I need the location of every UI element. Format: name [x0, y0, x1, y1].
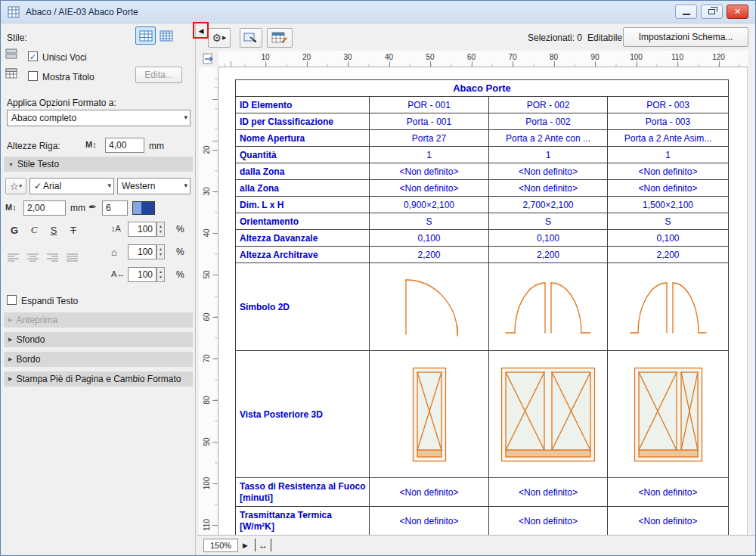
merge-items-label: Unisci Voci	[42, 52, 87, 63]
table-cell[interactable]: 1	[370, 147, 489, 163]
edit-button[interactable]: Edita...	[135, 67, 182, 83]
section-text-style[interactable]: ▼ Stile Testo	[4, 157, 193, 172]
chevron-down-icon: ▾	[184, 113, 187, 121]
table-cell[interactable]: Porta a 2 Ante con ...	[489, 130, 608, 147]
section-stampa[interactable]: ▶ Stampa Piè di Pagina e Cambio Formato	[4, 371, 193, 387]
merge-items-checkbox[interactable]: ✓	[28, 51, 38, 61]
row-label: Quantità	[236, 147, 370, 163]
table-cell[interactable]: 0,100	[370, 230, 489, 247]
table-cell[interactable]: 2,700×2,100	[489, 197, 608, 213]
table-cell[interactable]: <Non definito>	[608, 180, 729, 197]
table-cell[interactable]: 2,200	[489, 247, 608, 263]
edit-fields-button[interactable]	[267, 28, 293, 48]
table-cell[interactable]: 2,200	[370, 247, 489, 263]
table-cell[interactable]: 1	[608, 147, 729, 163]
table-cell[interactable]	[489, 351, 608, 478]
vertical-ruler[interactable]: 2030405060708090100110	[199, 67, 218, 535]
italic-button[interactable]: C	[25, 222, 43, 238]
font-size-input[interactable]: 2,00	[23, 200, 66, 216]
table-cell[interactable]: <Non definito>	[489, 163, 608, 180]
select-area-button[interactable]	[240, 28, 262, 48]
table-cell[interactable]	[608, 263, 729, 351]
table-cell[interactable]: <Non definito>	[489, 180, 608, 197]
table-cell[interactable]: POR - 003	[608, 97, 729, 113]
font-select[interactable]: ✓ Arial ▾	[29, 178, 114, 194]
table-cell[interactable]	[370, 263, 489, 351]
show-title-checkbox[interactable]	[28, 71, 38, 81]
table-cell[interactable]	[608, 351, 729, 478]
titlebar[interactable]: Abaco / AIE-03 Abaco Porte ✕	[1, 1, 755, 23]
pen-number-input[interactable]: 6	[102, 200, 128, 216]
table-cell[interactable]: <Non definito>	[370, 180, 489, 197]
line-spacing-stepper[interactable]: ▲▼	[156, 222, 165, 237]
table-cell[interactable]: 1	[489, 147, 608, 163]
strikethrough-button[interactable]: T	[64, 222, 82, 238]
table-cell[interactable]	[370, 351, 489, 478]
table-cell[interactable]: 1,500×2,100	[608, 197, 729, 213]
table-cell[interactable]: <Non definito>	[370, 478, 489, 507]
table-cell[interactable]: 0,900×2,100	[370, 197, 489, 213]
row-label: Tasso di Resistenza al Fuoco [minuti]	[236, 478, 370, 507]
align-right-button[interactable]	[46, 253, 59, 265]
apply-format-select[interactable]: Abaco completo ▾	[7, 110, 191, 126]
char-spacing-stepper[interactable]: ▲▼	[156, 267, 165, 282]
char-width-input[interactable]: 100	[128, 244, 156, 259]
table-cell[interactable]: Porta - 001	[370, 113, 489, 130]
schedule-canvas[interactable]: Abaco Porte ID ElementoPOR - 001POR - 00…	[218, 67, 748, 535]
annotation-highlight-box	[193, 22, 209, 39]
expand-text-checkbox[interactable]	[7, 295, 17, 305]
minimize-button[interactable]	[675, 5, 697, 19]
spin-up-icon: ▲	[159, 247, 163, 252]
table-cell[interactable]: <Non definito>	[608, 478, 729, 507]
section-sfondo[interactable]: ▶ Sfondo	[4, 332, 193, 347]
align-right-icon	[46, 253, 59, 262]
table-cell[interactable]: 2,200	[608, 247, 729, 263]
schema-settings-button[interactable]: Impostazioni Schema...	[623, 27, 748, 47]
horizontal-ruler[interactable]: 102030405060708090100110120	[218, 51, 748, 67]
table-cell[interactable]	[489, 263, 608, 351]
table-cell[interactable]: POR - 001	[370, 97, 489, 113]
table-cell[interactable]: <Non definito>	[370, 163, 489, 180]
table-cell[interactable]: <Non definito>	[489, 478, 608, 507]
row-height-input[interactable]: 4,00	[105, 138, 144, 153]
table-cell[interactable]: Porta a 2 Ante Asim...	[608, 130, 729, 147]
script-select[interactable]: Western ▾	[117, 178, 191, 194]
bold-button[interactable]: G	[5, 222, 23, 238]
table-cell[interactable]: Porta 27	[370, 130, 489, 147]
table-cell[interactable]: Porta - 003	[608, 113, 729, 130]
line-spacing-input[interactable]: 100	[128, 222, 156, 237]
scheme-options-button[interactable]: ⚙ ▶	[208, 28, 231, 48]
fit-width-button[interactable]: ↔	[255, 539, 271, 551]
table-cell[interactable]: <Non definito>	[489, 507, 608, 535]
underline-button[interactable]: S	[45, 222, 63, 238]
char-spacing-input[interactable]: 100	[128, 267, 156, 282]
table-cell[interactable]: <Non definito>	[370, 507, 489, 535]
table-cell[interactable]: S	[608, 213, 729, 230]
pen-color-swatch[interactable]	[132, 201, 155, 215]
style-compact-view-button[interactable]	[156, 26, 176, 45]
table-cell[interactable]: S	[370, 213, 489, 230]
zoom-menu-button[interactable]: ▶	[243, 542, 248, 549]
align-left-button[interactable]	[7, 253, 20, 265]
table-cell[interactable]: Porta - 002	[489, 113, 608, 130]
row-label: alla Zona	[236, 180, 370, 197]
table-cell[interactable]: S	[489, 213, 608, 230]
star-icon: ☆	[10, 181, 19, 192]
align-center-button[interactable]	[26, 253, 39, 265]
compact-style-icon	[160, 30, 173, 42]
char-width-stepper[interactable]: ▲▼	[156, 244, 165, 259]
zoom-level[interactable]: 150%	[203, 539, 238, 552]
section-anteprima[interactable]: ▶ Anteprima	[4, 312, 193, 328]
table-cell[interactable]: POR - 002	[489, 97, 608, 113]
close-button[interactable]: ✕	[727, 5, 748, 19]
section-bordo[interactable]: ▶ Bordo	[4, 352, 193, 367]
ruler-origin-button[interactable]	[199, 51, 218, 67]
align-justify-button[interactable]	[66, 253, 79, 265]
favorite-style-button[interactable]: ☆ ▾	[5, 178, 26, 194]
restore-button[interactable]	[701, 5, 723, 19]
table-cell[interactable]: <Non definito>	[608, 507, 729, 535]
table-cell[interactable]: 0,100	[608, 230, 729, 247]
style-grid-view-button[interactable]	[135, 26, 156, 45]
table-cell[interactable]: 0,100	[489, 230, 608, 247]
table-cell[interactable]: <Non definito>	[608, 163, 729, 180]
